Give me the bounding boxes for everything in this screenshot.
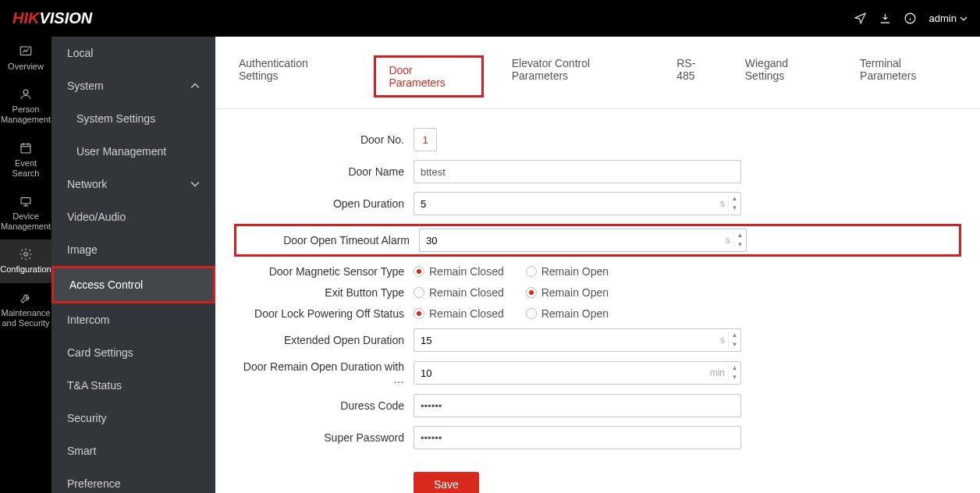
wrench-icon <box>19 291 33 305</box>
unit-seconds: s <box>720 335 728 346</box>
nav-label: Device Management <box>1 211 51 232</box>
gear-icon <box>19 247 33 261</box>
arrow-down-icon: ▼ <box>729 204 740 213</box>
nav2-smart[interactable]: Smart <box>51 434 215 467</box>
door-parameters-form: Door No. Door Name Open Duration s▲▼ Doo… <box>215 109 980 493</box>
tab-wiegand-settings[interactable]: Wiegand Settings <box>740 55 832 98</box>
remain-open-duration-input[interactable] <box>414 367 710 379</box>
label-super-password: Super Password <box>234 431 414 444</box>
duress-code-input[interactable] <box>414 394 741 417</box>
svg-point-2 <box>23 90 28 94</box>
open-duration-stepper[interactable]: ▲▼ <box>728 194 740 213</box>
nav2-access-control[interactable]: Access Control <box>51 266 215 303</box>
settings-tabs: Authentication Settings Door Parameters … <box>215 37 980 109</box>
poweroff-remain-open-radio[interactable]: Remain Open <box>526 307 609 320</box>
nav-person-management[interactable]: Person Management <box>0 80 51 133</box>
nav-label: Overview <box>8 62 44 72</box>
dashboard-icon <box>19 44 33 59</box>
svg-point-5 <box>24 253 28 257</box>
radio-icon <box>526 308 537 319</box>
arrow-down-icon: ▼ <box>734 240 746 250</box>
arrow-down-icon: ▼ <box>729 340 740 349</box>
radio-icon <box>414 287 424 298</box>
chevron-up-icon <box>190 81 200 90</box>
timeout-alarm-input[interactable] <box>420 235 726 247</box>
unit-seconds: s <box>726 235 733 246</box>
exit-remain-open-radio[interactable]: Remain Open <box>526 286 609 299</box>
label-exit-button: Exit Button Type <box>234 286 414 299</box>
label-remain-open-duration: Door Remain Open Duration with … <box>234 360 414 385</box>
arrow-down-icon: ▼ <box>729 373 740 382</box>
nav2-user-management[interactable]: User Management <box>51 135 215 168</box>
main-content: Authentication Settings Door Parameters … <box>215 37 980 493</box>
nav2-security[interactable]: Security <box>51 402 215 434</box>
unit-minutes: min <box>710 367 728 378</box>
save-button[interactable]: Save <box>414 472 479 493</box>
send-icon[interactable] <box>848 12 873 25</box>
nav2-video-audio[interactable]: Video/Audio <box>51 200 215 233</box>
brand-logo: HIKVISION <box>12 9 92 27</box>
secondary-nav: Local System System Settings User Manage… <box>51 37 215 493</box>
tab-rs485[interactable]: RS-485 <box>672 55 717 98</box>
chevron-down-icon <box>960 15 968 23</box>
label-powering-off: Door Lock Powering Off Status <box>234 307 414 320</box>
timeout-alarm-stepper[interactable]: ▲▼ <box>733 231 746 250</box>
top-header: HIKVISION admin <box>0 0 980 37</box>
logo-hik: HIK <box>12 9 39 27</box>
nav-configuration[interactable]: Configuration <box>0 239 51 282</box>
tab-terminal-parameters[interactable]: Terminal Parameters <box>855 55 961 98</box>
nav-label: Person Management <box>1 105 51 125</box>
nav2-local[interactable]: Local <box>51 37 215 69</box>
primary-nav: Overview Person Management Event Search … <box>0 37 51 493</box>
extended-open-input[interactable] <box>414 335 720 346</box>
nav2-system[interactable]: System <box>51 69 215 102</box>
label-open-duration: Open Duration <box>234 197 414 210</box>
tab-door-parameters[interactable]: Door Parameters <box>374 55 483 98</box>
tab-elevator-control-parameters[interactable]: Elevator Control Parameters <box>507 55 649 98</box>
svg-rect-4 <box>21 197 30 204</box>
person-icon <box>19 87 33 101</box>
arrow-up-icon: ▲ <box>729 331 740 340</box>
download-icon[interactable] <box>873 12 898 25</box>
calendar-search-icon <box>19 141 33 155</box>
magnetic-remain-closed-radio[interactable]: Remain Closed <box>414 265 504 278</box>
nav-label: Maintenance and Security <box>2 308 51 328</box>
arrow-up-icon: ▲ <box>734 231 746 240</box>
label-timeout-alarm: Door Open Timeout Alarm <box>240 234 419 247</box>
label-duress-code: Duress Code <box>234 399 414 412</box>
super-password-input[interactable] <box>414 426 741 449</box>
radio-icon <box>414 266 424 277</box>
nav-label: Event Search <box>2 158 50 179</box>
nav-event-search[interactable]: Event Search <box>0 133 51 186</box>
user-menu[interactable]: admin <box>929 12 968 24</box>
tab-authentication-settings[interactable]: Authentication Settings <box>234 55 350 98</box>
nav2-preference[interactable]: Preference <box>51 467 215 493</box>
nav2-network[interactable]: Network <box>51 168 215 200</box>
poweroff-remain-closed-radio[interactable]: Remain Closed <box>414 307 504 320</box>
open-duration-input[interactable] <box>414 198 720 210</box>
device-icon <box>19 194 33 208</box>
nav-overview[interactable]: Overview <box>0 37 51 80</box>
arrow-up-icon: ▲ <box>729 364 740 373</box>
exit-remain-closed-radio[interactable]: Remain Closed <box>414 286 504 299</box>
remain-open-stepper[interactable]: ▲▼ <box>728 364 740 382</box>
door-no-input[interactable] <box>414 128 437 151</box>
logo-vision: VISION <box>39 9 92 27</box>
chevron-down-icon <box>190 179 200 189</box>
nav2-image[interactable]: Image <box>51 233 215 266</box>
magnetic-remain-open-radio[interactable]: Remain Open <box>526 265 609 278</box>
nav2-card-settings[interactable]: Card Settings <box>51 336 215 369</box>
info-icon[interactable] <box>898 12 923 25</box>
nav2-intercom[interactable]: Intercom <box>51 303 215 336</box>
radio-icon <box>526 287 537 298</box>
label-door-name: Door Name <box>234 165 414 178</box>
nav2-system-settings[interactable]: System Settings <box>51 102 215 135</box>
door-name-input[interactable] <box>414 160 741 183</box>
nav-device-management[interactable]: Device Management <box>0 186 51 239</box>
label-door-no: Door No. <box>234 133 414 146</box>
extended-open-stepper[interactable]: ▲▼ <box>728 331 740 349</box>
nav-maintenance[interactable]: Maintenance and Security <box>0 283 51 336</box>
radio-icon <box>526 266 537 277</box>
nav-label: Configuration <box>0 264 51 275</box>
nav2-ta-status[interactable]: T&A Status <box>51 369 215 402</box>
